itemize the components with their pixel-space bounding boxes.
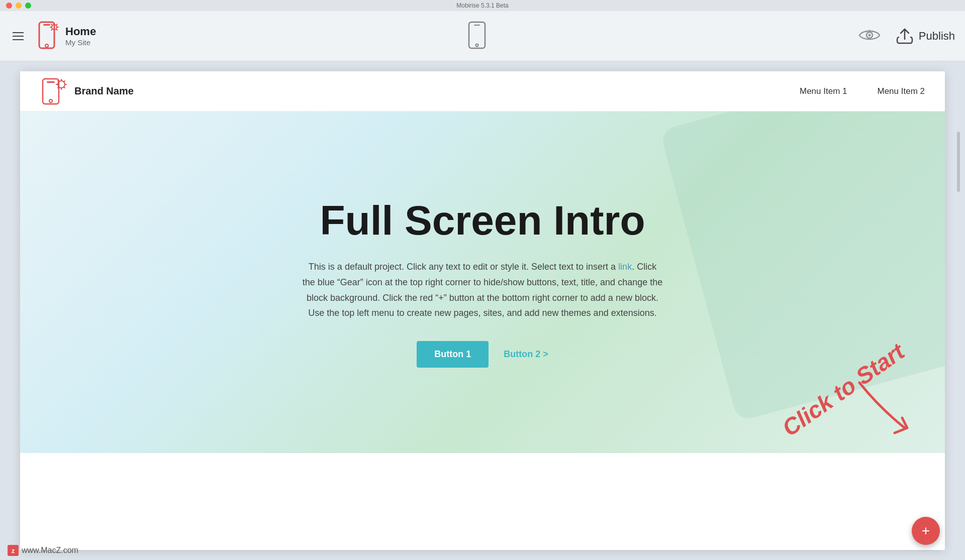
svg-rect-14 (474, 25, 480, 26)
brand-logo-icon (40, 77, 68, 105)
hero-title: Full Screen Intro (320, 197, 645, 244)
close-button[interactable] (6, 3, 12, 9)
publish-label: Publish (919, 30, 955, 43)
mobile-preview-button[interactable] (468, 21, 486, 51)
hamburger-line-1 (13, 32, 24, 33)
hamburger-line-3 (13, 39, 24, 40)
hero-button-2[interactable]: Button 2 > (504, 349, 548, 360)
add-block-fab-button[interactable]: + (912, 517, 940, 545)
nav-item-2[interactable]: Menu Item 2 (878, 86, 925, 96)
svg-point-22 (49, 99, 52, 102)
svg-rect-1 (43, 24, 50, 26)
svg-point-2 (45, 44, 48, 47)
svg-line-30 (64, 81, 65, 82)
toolbar-center (468, 21, 486, 51)
nav-menu: Menu Item 1 Menu Item 2 (800, 86, 925, 96)
toolbar-right: Publish (858, 27, 955, 45)
svg-point-13 (476, 44, 478, 46)
click-to-start-annotation: Click to Start (778, 339, 909, 441)
site-branding[interactable]: Home My Site (36, 21, 96, 51)
svg-line-29 (64, 87, 65, 88)
publish-button[interactable]: Publish (896, 27, 955, 45)
site-home-label: Home (65, 25, 96, 38)
hero-desc-part1: This is a default project. Click any tex… (309, 262, 618, 272)
svg-line-9 (56, 29, 57, 30)
app-toolbar: Home My Site (0, 11, 965, 61)
minimize-button[interactable] (16, 3, 22, 9)
brand-name: Brand Name (74, 85, 134, 97)
window-controls[interactable] (6, 3, 31, 9)
hero-link[interactable]: link (618, 262, 632, 272)
hero-buttons: Button 1 Button 2 > (417, 341, 548, 368)
svg-line-31 (58, 87, 59, 88)
hero-section: Full Screen Intro This is a default proj… (20, 111, 945, 453)
hero-button-1[interactable]: Button 1 (417, 341, 489, 368)
scrollbar[interactable] (957, 132, 960, 192)
svg-point-16 (868, 34, 871, 36)
publish-icon (896, 27, 914, 45)
svg-rect-21 (47, 81, 55, 83)
preview-button[interactable] (858, 28, 881, 45)
watermark-url: www.MacZ.com (22, 546, 78, 555)
hamburger-line-2 (13, 36, 24, 37)
maximize-button[interactable] (25, 3, 31, 9)
svg-line-11 (51, 29, 52, 30)
site-info: Home My Site (65, 25, 96, 47)
canvas-area: Brand Name Menu Item 1 Menu Item 2 Full … (0, 61, 965, 560)
watermark-z-badge: z (8, 545, 19, 556)
toolbar-left: Home My Site (10, 21, 96, 51)
watermark: z www.MacZ.com (8, 545, 78, 556)
app-title: Mobirise 5.3.1 Beta (456, 2, 508, 9)
website-preview: Brand Name Menu Item 1 Menu Item 2 Full … (20, 71, 945, 550)
hero-description: This is a default project. Click any tex… (302, 259, 663, 320)
svg-line-10 (56, 24, 57, 25)
svg-line-8 (51, 24, 52, 25)
fab-plus-icon: + (922, 523, 930, 539)
svg-line-28 (58, 81, 59, 82)
site-name-label: My Site (65, 38, 96, 47)
brand-area: Brand Name (40, 77, 134, 105)
hamburger-menu-button[interactable] (10, 30, 26, 43)
titlebar: Mobirise 5.3.1 Beta (0, 0, 965, 11)
nav-item-1[interactable]: Menu Item 1 (800, 86, 847, 96)
site-logo-icon (36, 21, 60, 51)
click-arrow-annotation (849, 378, 930, 443)
site-navbar: Brand Name Menu Item 1 Menu Item 2 (20, 71, 945, 111)
